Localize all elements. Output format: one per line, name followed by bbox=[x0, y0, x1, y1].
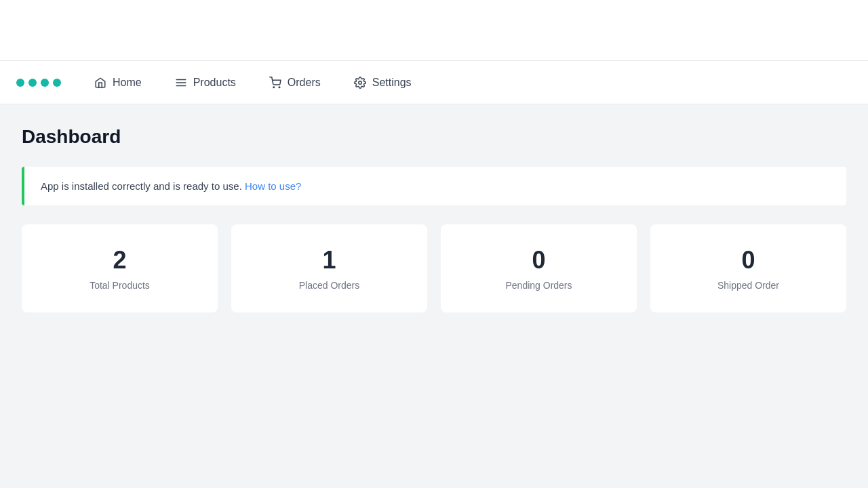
stat-label-pending-orders: Pending Orders bbox=[505, 280, 572, 291]
gear-icon bbox=[353, 76, 367, 89]
stat-number-pending-orders: 0 bbox=[532, 246, 545, 274]
info-banner: App is installed correctly and is ready … bbox=[22, 167, 846, 205]
dot-2 bbox=[28, 79, 37, 87]
cart-icon bbox=[269, 76, 282, 89]
nav-home[interactable]: Home bbox=[88, 73, 147, 92]
dot-3 bbox=[41, 79, 49, 87]
stat-label-placed-orders: Placed Orders bbox=[299, 280, 359, 291]
svg-point-5 bbox=[358, 81, 361, 84]
dot-4 bbox=[53, 79, 61, 87]
stat-label-total-products: Total Products bbox=[90, 280, 150, 291]
nav-orders[interactable]: Orders bbox=[263, 73, 326, 92]
nav-dots bbox=[16, 79, 61, 87]
navbar: Home Products Orders Se bbox=[0, 61, 868, 104]
stat-number-shipped-order: 0 bbox=[741, 246, 755, 274]
dot-1 bbox=[16, 79, 24, 87]
nav-home-label: Home bbox=[113, 77, 142, 89]
stat-card-total-products: 2 Total Products bbox=[22, 224, 218, 312]
banner-text: App is installed correctly and is ready … bbox=[41, 180, 242, 192]
stat-card-shipped-order: 0 Shipped Order bbox=[650, 224, 846, 312]
page-title: Dashboard bbox=[22, 126, 846, 148]
banner-link[interactable]: How to use? bbox=[245, 180, 301, 192]
nav-products-label: Products bbox=[193, 77, 236, 89]
svg-point-3 bbox=[273, 87, 275, 88]
stats-grid: 2 Total Products 1 Placed Orders 0 Pendi… bbox=[22, 224, 846, 312]
top-bar bbox=[0, 0, 868, 61]
nav-settings-label: Settings bbox=[372, 77, 412, 89]
nav-products[interactable]: Products bbox=[169, 73, 241, 92]
home-icon bbox=[94, 76, 107, 89]
list-icon bbox=[174, 76, 188, 89]
stat-card-placed-orders: 1 Placed Orders bbox=[231, 224, 427, 312]
stat-number-placed-orders: 1 bbox=[322, 246, 336, 274]
stat-number-total-products: 2 bbox=[113, 246, 126, 274]
stat-card-pending-orders: 0 Pending Orders bbox=[441, 224, 637, 312]
svg-point-4 bbox=[279, 87, 280, 88]
stat-label-shipped-order: Shipped Order bbox=[717, 280, 779, 291]
main-content: Dashboard App is installed correctly and… bbox=[0, 104, 868, 488]
nav-orders-label: Orders bbox=[288, 77, 321, 89]
nav-settings[interactable]: Settings bbox=[348, 73, 417, 92]
